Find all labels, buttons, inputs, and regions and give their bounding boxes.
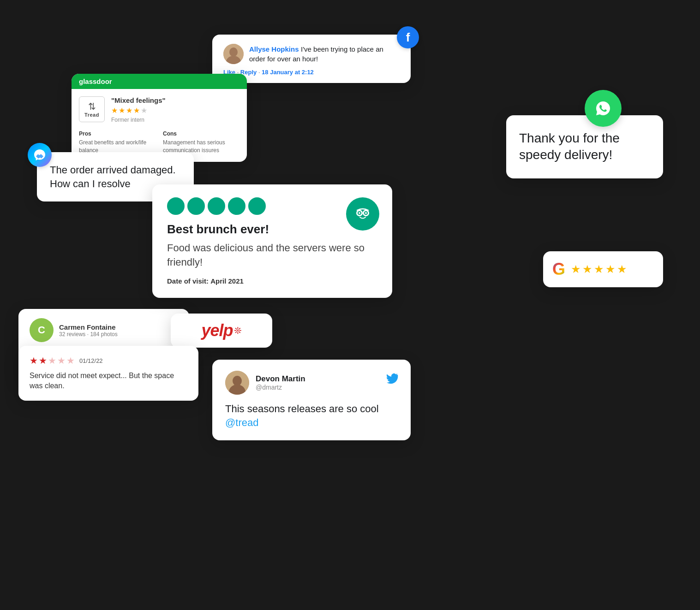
facebook-avatar [223,44,244,64]
tread-arrows-icon: ⇅ [88,101,96,112]
twitter-card: Devon Martin @dmartz This seasons releas… [212,360,411,440]
tread-company-name: Tread [84,112,99,118]
yelp-rating-stars: ★ ★ ★ ★ ★ [30,355,75,366]
yelp-username: Carmen Fontaine [59,323,118,331]
whatsapp-card: Thank you for the speedy delivery! [506,115,663,178]
whatsapp-icon [585,90,622,127]
yr-star-5: ★ [66,355,75,366]
yelp-user-meta: 32 reviews · 184 photos [59,331,118,338]
twitter-handle: @dmartz [256,384,305,391]
star-4: ★ [133,106,140,115]
yr-star-3: ★ [48,355,56,366]
yr-star-1: ★ [30,355,38,366]
twitter-bird-icon [385,371,400,389]
yr-star-2: ★ [39,355,47,366]
yelp-rating-row: ★ ★ ★ ★ ★ 01/12/22 [30,355,187,366]
svg-point-4 [353,204,373,224]
star-5: ★ [141,106,147,115]
yr-star-4: ★ [57,355,66,366]
tripadvisor-title: Best brunch ever! [167,222,377,237]
google-logo: G [552,260,565,279]
svg-point-10 [365,212,367,214]
yelp-logo-card: yelp ❊ [171,314,272,348]
facebook-badge: f [397,26,419,48]
date-value: April 2021 [210,277,244,285]
glassdoor-stars: ★ ★ ★ ★ ★ [111,106,166,115]
g-star-3: ★ [594,263,604,276]
star-3: ★ [126,106,132,115]
facebook-meta: Like · Reply · 18 January at 2:12 [223,69,400,76]
g-star-1: ★ [571,263,581,276]
ta-circle-4 [228,197,245,215]
yelp-review-date: 01/12/22 [79,357,103,364]
star-1: ★ [111,106,118,115]
svg-point-1 [229,47,238,57]
ta-circle-2 [187,197,205,215]
g-star-2: ★ [582,263,592,276]
whatsapp-text: Thank you for the speedy delivery! [519,130,650,164]
glassdoor-card: glassdoor ⇅ Tread "Mixed feelings" ★ ★ ★… [72,74,247,162]
star-2: ★ [119,106,125,115]
yelp-burst-icon: ❊ [234,325,242,336]
google-stars: ★ ★ ★ ★ ★ [571,263,627,276]
cons-label: Cons [163,130,239,137]
glassdoor-label: glassdoor [79,77,112,85]
yelp-avatar: C [30,318,54,342]
tripadvisor-body: Food was delicious and the servers were … [167,241,377,270]
pros-label: Pros [79,130,156,137]
twitter-name: Devon Martin [256,374,305,384]
facebook-timestamp: 18 January at 2:12 [262,69,314,76]
date-label: Date of visit: [167,277,209,285]
tripadvisor-card: Best brunch ever! Food was delicious and… [152,184,392,298]
glassdoor-former: Former intern [111,117,166,123]
ta-circle-5 [248,197,266,215]
glassdoor-review-title: "Mixed feelings" [111,96,166,104]
yelp-review-card: ★ ★ ★ ★ ★ 01/12/22 Service did not meet … [18,346,198,401]
google-card: G ★ ★ ★ ★ ★ [543,251,663,287]
facebook-username: Allyse Hopkins [249,45,299,53]
yelp-user-header: C Carmen Fontaine 32 reviews · 184 photo… [30,318,178,342]
yelp-photos: 184 photos [90,331,117,338]
twitter-avatar [225,371,249,395]
twitter-header: Devon Martin @dmartz [225,371,398,395]
ta-circle-1 [167,197,185,215]
tread-logo: ⇅ Tread [79,96,105,122]
messenger-badge [28,143,52,167]
yelp-reviews: 32 reviews [59,331,85,338]
g-star-4: ★ [605,263,616,276]
svg-point-9 [359,212,360,214]
svg-point-12 [233,376,242,386]
tripadvisor-owl-icon [346,197,379,231]
glassdoor-header: glassdoor [72,74,247,89]
ta-circle-3 [208,197,225,215]
twitter-body: This seasons releases are so cool @tread [225,402,398,429]
tripadvisor-date: Date of visit: April 2021 [167,277,377,285]
g-star-5: ★ [617,263,627,276]
twitter-mention: @tread [225,417,258,428]
yelp-review-body: Service did not meet expect... But the s… [30,371,187,391]
yelp-logo: yelp [201,321,233,340]
